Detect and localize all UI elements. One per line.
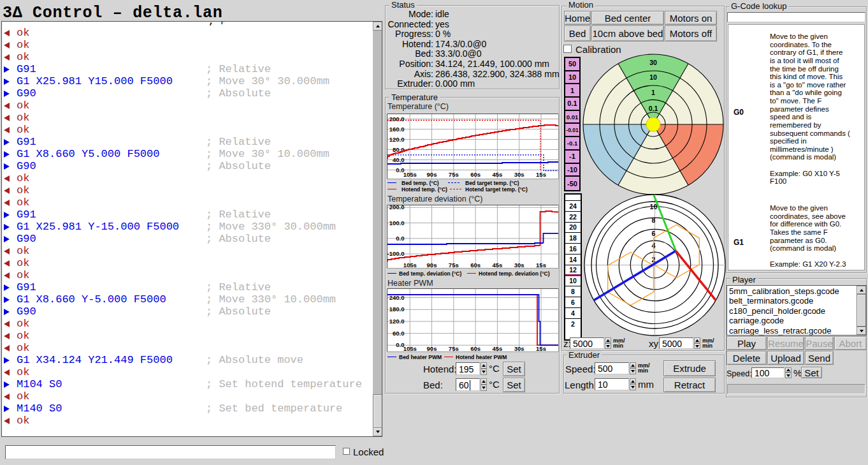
svg-text:200.0: 200.0 [389,205,405,210]
svg-text:10: 10 [649,73,657,81]
svg-text:10: 10 [650,203,658,210]
svg-text:45s: 45s [492,262,502,269]
svg-text:60s: 60s [470,345,481,352]
svg-text:6: 6 [651,230,655,237]
svg-text:60.0: 60.0 [393,330,405,337]
svg-text:105s: 105s [403,262,417,269]
svg-text:8: 8 [651,216,655,224]
svg-text:180.0: 180.0 [389,306,405,313]
svg-text:105s: 105s [403,345,417,352]
svg-text:75s: 75s [449,171,459,178]
svg-text:0.0: 0.0 [396,235,404,242]
svg-text:90s: 90s [427,171,437,178]
svg-text:75s: 75s [449,345,459,352]
svg-text:200.0: 200.0 [389,115,405,122]
svg-text:15s: 15s [536,171,546,178]
svg-text:120.0: 120.0 [389,318,405,325]
svg-text:160.0: 160.0 [389,126,405,133]
svg-text:120.0: 120.0 [389,136,405,143]
svg-text:30: 30 [649,59,657,66]
svg-text:60s: 60s [470,171,481,178]
svg-text:-100.0: -100.0 [387,250,405,257]
svg-text:1: 1 [651,89,655,96]
svg-text:45s: 45s [492,345,502,352]
svg-text:30s: 30s [514,171,524,178]
svg-text:0.1: 0.1 [649,105,658,112]
svg-text:90s: 90s [427,345,437,352]
svg-text:100.0: 100.0 [389,219,405,226]
svg-text:30s: 30s [514,345,524,352]
svg-text:75s: 75s [449,262,459,269]
svg-text:15s: 15s [536,345,546,352]
svg-text:30s: 30s [514,262,524,269]
svg-text:90s: 90s [427,262,437,269]
svg-text:60s: 60s [470,262,481,269]
svg-text:40.0: 40.0 [393,156,405,163]
svg-text:105s: 105s [403,171,417,178]
svg-text:15s: 15s [536,262,546,269]
svg-text:45s: 45s [492,171,502,178]
